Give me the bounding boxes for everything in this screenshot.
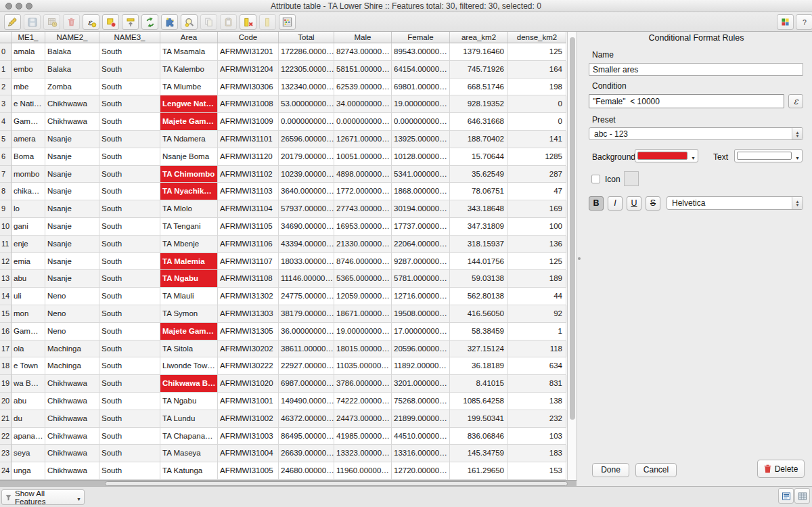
row-number[interactable]: 7 <box>0 166 12 183</box>
cell-dense_km2[interactable]: 141 <box>508 131 566 148</box>
cell-male[interactable]: 1772.000000… <box>334 183 392 200</box>
cell-area_km2[interactable]: 646.31668 <box>450 113 508 131</box>
row-number[interactable]: 9 <box>0 200 12 218</box>
rule-name-input[interactable] <box>589 63 803 76</box>
cell-code[interactable]: AFRMWI31004 <box>218 445 279 462</box>
cell-name2[interactable]: Machinga <box>45 340 99 358</box>
field-calculator-button[interactable] <box>279 14 296 30</box>
cell-total[interactable]: 0.000000000… <box>279 113 334 131</box>
cell-name2[interactable]: Nsanje <box>45 218 99 236</box>
cell-area_km2[interactable]: 188.70402 <box>450 131 508 148</box>
cell-name2[interactable]: Neno <box>45 323 99 340</box>
cell-area[interactable]: TA Lundu <box>160 410 218 428</box>
cell-name3[interactable]: South <box>99 357 160 375</box>
cell-area[interactable]: TA Ndamera <box>160 131 218 148</box>
row-number[interactable]: 4 <box>0 113 12 131</box>
color-dropdown-arrow-icon[interactable]: ▼ <box>793 150 802 162</box>
cell-male[interactable]: 21330.00000… <box>334 236 392 253</box>
cell-total[interactable]: 10239.00000… <box>279 166 334 183</box>
cell-code[interactable]: AFRMWI31003 <box>218 428 279 445</box>
cell-total[interactable]: 53.00000000… <box>279 95 334 113</box>
cell-name1[interactable]: mbe <box>12 79 45 96</box>
expression-builder-button[interactable]: ε <box>788 94 803 108</box>
cell-name2[interactable]: Nsanje <box>45 131 99 148</box>
cell-code[interactable]: AFRMWI31101 <box>218 131 279 148</box>
cell-area[interactable]: Majete Gam… <box>160 323 218 340</box>
cell-name1[interactable]: apana… <box>12 428 45 445</box>
cell-code[interactable]: AFRMWI31305 <box>218 323 279 340</box>
cell-name3[interactable]: South <box>99 166 160 183</box>
cell-female[interactable]: 10128.00000… <box>392 148 450 166</box>
cell-code[interactable]: AFRMWI31009 <box>218 113 279 131</box>
cell-male[interactable]: 5365.000000… <box>334 270 392 288</box>
cell-male[interactable]: 41985.00000… <box>334 428 392 445</box>
cell-code[interactable]: AFRMWI31001 <box>218 393 279 410</box>
cell-name3[interactable]: South <box>99 200 160 218</box>
cell-female[interactable]: 17.00000000… <box>392 323 450 340</box>
cell-female[interactable]: 44510.00000… <box>392 428 450 445</box>
cell-name2[interactable]: Nsanje <box>45 236 99 253</box>
cell-name1[interactable]: Gam… <box>12 323 45 340</box>
cell-area[interactable]: TA Symon <box>160 305 218 323</box>
cell-area_km2[interactable]: 35.62549 <box>450 166 508 183</box>
column-header-female[interactable]: Female <box>392 32 450 43</box>
cell-name2[interactable]: Machinga <box>45 357 99 375</box>
cell-female[interactable]: 17737.00000… <box>392 218 450 236</box>
cell-male[interactable]: 19.00000000… <box>334 323 392 340</box>
done-button[interactable]: Done <box>592 463 629 477</box>
cell-name1[interactable]: chika… <box>12 183 45 200</box>
cell-total[interactable]: 122305.0000… <box>279 61 334 79</box>
cell-code[interactable]: AFRMWI31002 <box>218 410 279 428</box>
cell-name1[interactable]: uli <box>12 288 45 305</box>
cell-dense_km2[interactable]: 92 <box>508 305 566 323</box>
cell-area[interactable]: TA Mlauli <box>160 288 218 305</box>
cell-dense_km2[interactable]: 136 <box>508 236 566 253</box>
cell-dense_km2[interactable]: 100 <box>508 218 566 236</box>
cell-female[interactable]: 5781.000000… <box>392 270 450 288</box>
row-number[interactable]: 17 <box>0 340 12 358</box>
cell-name2[interactable]: Chikhwawa <box>45 375 99 393</box>
cell-dense_km2[interactable]: 1285 <box>508 148 566 166</box>
cell-code[interactable]: AFRMWI31302 <box>218 288 279 305</box>
cell-name2[interactable]: Zomba <box>45 79 99 96</box>
text-color-button[interactable]: ▼ <box>734 149 803 162</box>
cell-male[interactable]: 8746.000000… <box>334 253 392 271</box>
cell-area[interactable]: TA Sitola <box>160 340 218 358</box>
horizontal-scrollbar-thumb[interactable] <box>105 481 568 487</box>
cell-area[interactable]: TA Mlolo <box>160 200 218 218</box>
cell-area_km2[interactable]: 199.50341 <box>450 410 508 428</box>
cell-name1[interactable]: embo <box>12 61 45 79</box>
cell-code[interactable]: AFRMWI31303 <box>218 305 279 323</box>
cell-name1[interactable]: Gam… <box>12 113 45 131</box>
select-by-expression-button[interactable]: ε <box>83 14 99 30</box>
cell-area[interactable]: Chikwawa B… <box>160 375 218 393</box>
cell-name2[interactable]: Nsanje <box>45 183 99 200</box>
cell-name3[interactable]: South <box>99 340 160 358</box>
cell-female[interactable]: 69801.00000… <box>392 79 450 96</box>
cell-name3[interactable]: South <box>99 288 160 305</box>
cell-name2[interactable]: Chikhwawa <box>45 410 99 428</box>
cell-area[interactable]: TA Tengani <box>160 218 218 236</box>
cell-area_km2[interactable]: 59.03138 <box>450 270 508 288</box>
cell-area_km2[interactable]: 161.29650 <box>450 462 508 480</box>
cell-male[interactable]: 58151.00000… <box>334 61 392 79</box>
row-number[interactable]: 10 <box>0 218 12 236</box>
cell-area[interactable]: TA Mbenje <box>160 236 218 253</box>
cell-female[interactable]: 89543.00000… <box>392 43 450 61</box>
cell-area_km2[interactable]: 928.19352 <box>450 95 508 113</box>
cell-female[interactable]: 0.000000000… <box>392 113 450 131</box>
cell-area[interactable]: TA Chapana… <box>160 428 218 445</box>
cell-dense_km2[interactable]: 103 <box>508 428 566 445</box>
cell-code[interactable]: AFRMWI30202 <box>218 340 279 358</box>
cell-area[interactable]: TA Msamala <box>160 43 218 61</box>
cell-dense_km2[interactable]: 118 <box>508 340 566 358</box>
cell-name2[interactable]: Chikhwawa <box>45 462 99 480</box>
cell-dense_km2[interactable]: 287 <box>508 166 566 183</box>
row-number[interactable]: 8 <box>0 183 12 200</box>
column-header-name2-[interactable]: NAME2_ <box>45 32 99 43</box>
cell-male[interactable]: 18015.00000… <box>334 340 392 358</box>
row-number[interactable]: 16 <box>0 323 12 340</box>
cell-male[interactable]: 13323.00000… <box>334 445 392 462</box>
cell-name1[interactable]: e Nati… <box>12 95 45 113</box>
cell-female[interactable]: 75268.00000… <box>392 393 450 410</box>
